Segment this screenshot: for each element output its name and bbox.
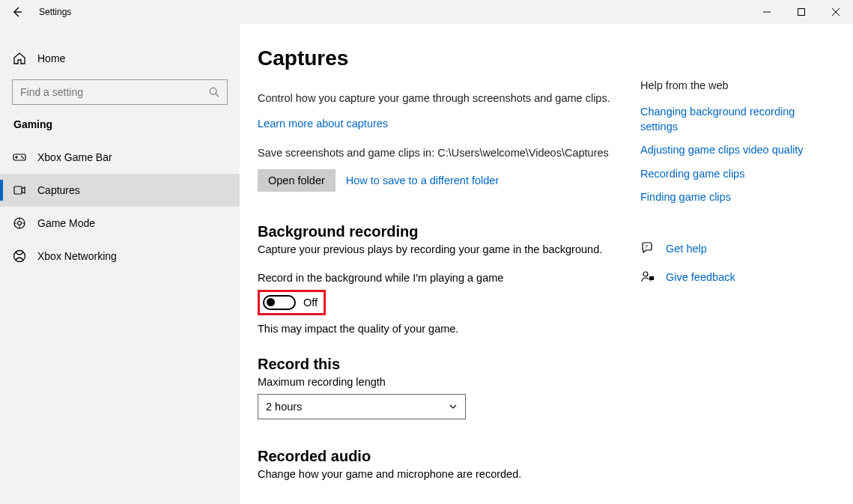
- give-feedback-link[interactable]: Give feedback: [640, 270, 835, 285]
- give-feedback-label: Give feedback: [666, 271, 735, 283]
- open-folder-button[interactable]: Open folder: [258, 169, 336, 192]
- get-help-icon: ?: [640, 241, 655, 256]
- sidebar-item-xbox-networking[interactable]: Xbox Networking: [0, 240, 240, 273]
- learn-more-link[interactable]: Learn more about captures: [258, 118, 388, 130]
- help-heading: Help from the web: [640, 79, 835, 91]
- toggle-knob-icon: [267, 298, 275, 306]
- minimize-icon: [763, 8, 771, 16]
- right-panel: Help from the web Changing background re…: [640, 46, 835, 504]
- search-box[interactable]: [12, 79, 228, 105]
- svg-point-8: [14, 251, 25, 262]
- content-column: Captures Control how you capture your ga…: [258, 46, 628, 504]
- search-input[interactable]: [20, 86, 209, 98]
- save-path-label: Save screenshots and game clips in: C:\U…: [258, 147, 628, 159]
- help-link-recording-clips[interactable]: Recording game clips: [640, 167, 835, 182]
- xbox-networking-icon: [12, 249, 27, 264]
- sidebar-item-label: Captures: [37, 184, 80, 196]
- background-toggle[interactable]: [263, 295, 296, 310]
- background-toggle-hint: This may impact the quality of your game…: [258, 323, 628, 335]
- close-button[interactable]: [819, 0, 853, 24]
- help-link-video-quality[interactable]: Adjusting game clips video quality: [640, 143, 835, 158]
- game-mode-icon: [12, 216, 27, 231]
- max-length-label: Maximum recording length: [258, 376, 628, 388]
- svg-rect-5: [14, 186, 22, 194]
- sidebar-item-label: Game Mode: [37, 217, 95, 229]
- svg-rect-0: [798, 9, 805, 16]
- page-description: Control how you capture your game throug…: [258, 91, 628, 106]
- window-title: Settings: [34, 0, 71, 24]
- background-toggle-label: Record in the background while I'm playi…: [258, 272, 628, 284]
- page-title: Captures: [258, 46, 628, 70]
- recorded-audio-desc: Change how your game and microphone are …: [258, 468, 628, 480]
- get-help-link[interactable]: ? Get help: [640, 241, 835, 256]
- chevron-down-icon: [449, 402, 458, 411]
- sidebar-item-captures[interactable]: Captures: [0, 174, 240, 207]
- max-length-select[interactable]: 2 hours: [258, 394, 466, 419]
- svg-point-3: [21, 156, 22, 157]
- maximize-icon: [798, 8, 805, 16]
- svg-text:?: ?: [645, 243, 648, 249]
- home-icon: [12, 51, 27, 66]
- how-to-save-link[interactable]: How to save to a different folder: [346, 174, 499, 186]
- back-button[interactable]: [0, 0, 34, 24]
- sidebar-home[interactable]: Home: [0, 45, 240, 72]
- sidebar-item-label: Xbox Game Bar: [37, 151, 112, 163]
- background-toggle-highlight: Off: [258, 290, 326, 315]
- record-this-heading: Record this: [258, 356, 628, 373]
- sidebar: Home Gaming Xbox Game Bar Captures Game …: [0, 24, 240, 504]
- max-length-value: 2 hours: [266, 401, 302, 413]
- titlebar: Settings: [0, 0, 853, 24]
- back-arrow-icon: [11, 6, 23, 18]
- svg-point-10: [643, 272, 648, 276]
- search-icon: [209, 87, 219, 97]
- svg-point-7: [18, 222, 22, 225]
- background-toggle-state: Off: [303, 297, 318, 309]
- folder-row: Open folder How to save to a different f…: [258, 169, 628, 192]
- help-link-finding-clips[interactable]: Finding game clips: [640, 190, 835, 205]
- svg-point-1: [210, 88, 216, 94]
- get-help-label: Get help: [666, 243, 707, 255]
- main-content: Captures Control how you capture your ga…: [240, 24, 853, 504]
- help-link-bg-recording[interactable]: Changing background recording settings: [640, 105, 835, 134]
- recorded-audio-heading: Recorded audio: [258, 448, 628, 465]
- feedback-icon: [640, 270, 655, 285]
- sidebar-item-game-mode[interactable]: Game Mode: [0, 207, 240, 240]
- window-controls: [750, 0, 853, 24]
- close-icon: [832, 8, 840, 16]
- xbox-game-bar-icon: [12, 150, 27, 165]
- sidebar-category: Gaming: [0, 118, 240, 141]
- minimize-button[interactable]: [750, 0, 784, 24]
- maximize-button[interactable]: [784, 0, 819, 24]
- sidebar-home-label: Home: [37, 52, 65, 64]
- captures-icon: [12, 183, 27, 198]
- svg-point-4: [22, 157, 24, 159]
- svg-rect-11: [649, 276, 654, 280]
- background-recording-heading: Background recording: [258, 223, 628, 240]
- background-recording-desc: Capture your previous plays by recording…: [258, 243, 628, 255]
- right-panel-actions: ? Get help Give feedback: [640, 241, 835, 285]
- sidebar-item-xbox-game-bar[interactable]: Xbox Game Bar: [0, 141, 240, 174]
- sidebar-item-label: Xbox Networking: [37, 250, 117, 262]
